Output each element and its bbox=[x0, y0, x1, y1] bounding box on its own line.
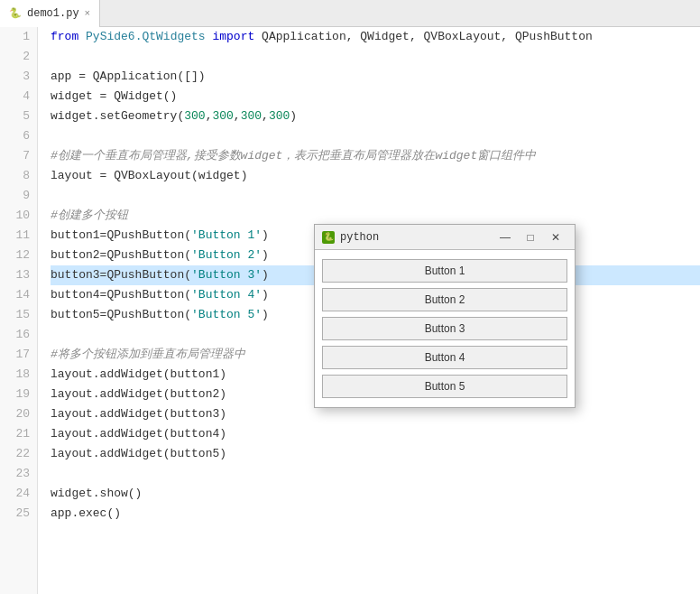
python-window-icon bbox=[322, 231, 335, 244]
ln-17: 17 bbox=[0, 345, 37, 365]
ln-4: 4 bbox=[0, 87, 37, 107]
code-line-8: layout = QVBoxLayout(widget) bbox=[51, 166, 700, 186]
code-line-5: widget.setGeometry(300,300,300,300) bbox=[51, 107, 700, 126]
code-line-21: layout.addWidget(button4) bbox=[51, 424, 700, 444]
tab-filename: demo1.py bbox=[27, 7, 79, 20]
code-line-4: widget = QWidget() bbox=[51, 87, 700, 107]
code-line-6 bbox=[51, 126, 700, 146]
code-line-23 bbox=[51, 464, 700, 484]
ln-22: 22 bbox=[0, 444, 37, 464]
ln-5: 5 bbox=[0, 107, 37, 126]
py-button-4[interactable]: Button 4 bbox=[322, 346, 567, 369]
ln-8: 8 bbox=[0, 166, 37, 186]
code-line-24: widget.show() bbox=[51, 484, 700, 504]
ln-12: 12 bbox=[0, 246, 37, 265]
ln-10: 10 bbox=[0, 206, 37, 226]
code-line-7: #创建一个垂直布局管理器,接受参数widget，表示把垂直布局管理器放在widg… bbox=[51, 146, 700, 166]
ln-24: 24 bbox=[0, 484, 37, 504]
code-line-2 bbox=[51, 47, 700, 67]
python-titlebar: python — □ ✕ bbox=[315, 225, 575, 250]
code-line-25: app.exec() bbox=[51, 504, 700, 524]
ln-1: 1 bbox=[0, 27, 37, 47]
tab-close-button[interactable]: × bbox=[85, 8, 91, 19]
code-line-1: from PySide6.QtWidgets import QApplicati… bbox=[51, 27, 700, 47]
tab-bar: 🐍 demo1.py × bbox=[0, 0, 700, 27]
py-button-1[interactable]: Button 1 bbox=[322, 259, 567, 283]
ln-25: 25 bbox=[0, 504, 37, 524]
python-maximize-button[interactable]: □ bbox=[519, 229, 542, 246]
ln-11: 11 bbox=[0, 226, 37, 246]
editor-area: 1 2 3 4 5 6 7 8 9 10 11 12 13 14 15 16 1… bbox=[0, 27, 700, 594]
python-minimize-button[interactable]: — bbox=[493, 229, 517, 246]
ln-6: 6 bbox=[0, 126, 37, 146]
ln-13: 13 bbox=[0, 265, 37, 285]
py-button-2[interactable]: Button 2 bbox=[322, 288, 567, 311]
ln-19: 19 bbox=[0, 385, 37, 404]
ln-15: 15 bbox=[0, 305, 37, 325]
ln-14: 14 bbox=[0, 285, 37, 305]
ln-16: 16 bbox=[0, 325, 37, 345]
python-close-button[interactable]: ✕ bbox=[544, 229, 567, 246]
py-button-5[interactable]: Button 5 bbox=[322, 375, 567, 398]
ln-20: 20 bbox=[0, 404, 37, 424]
ln-9: 9 bbox=[0, 186, 37, 206]
ln-21: 21 bbox=[0, 424, 37, 444]
code-line-10: #创建多个按钮 bbox=[51, 206, 700, 226]
python-window-title: python bbox=[340, 231, 379, 244]
ln-3: 3 bbox=[0, 67, 37, 87]
ln-23: 23 bbox=[0, 464, 37, 484]
python-window-controls[interactable]: — □ ✕ bbox=[493, 229, 567, 246]
code-line-22: layout.addWidget(button5) bbox=[51, 444, 700, 464]
py-button-3[interactable]: Button 3 bbox=[322, 317, 567, 340]
code-line-3: app = QApplication([]) bbox=[51, 67, 700, 87]
python-window: python — □ ✕ Button 1 Button 2 Button 3 … bbox=[314, 224, 576, 408]
python-file-icon: 🐍 bbox=[9, 7, 22, 19]
ln-2: 2 bbox=[0, 47, 37, 67]
line-numbers: 1 2 3 4 5 6 7 8 9 10 11 12 13 14 15 16 1… bbox=[0, 27, 38, 594]
tab-demo1[interactable]: 🐍 demo1.py × bbox=[0, 0, 100, 27]
python-window-content: Button 1 Button 2 Button 3 Button 4 Butt… bbox=[315, 250, 575, 407]
ln-7: 7 bbox=[0, 146, 37, 166]
python-title-left: python bbox=[322, 231, 379, 244]
ln-18: 18 bbox=[0, 365, 37, 385]
code-line-9 bbox=[51, 186, 700, 206]
